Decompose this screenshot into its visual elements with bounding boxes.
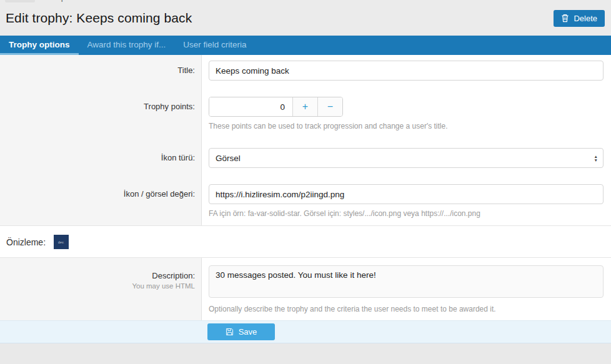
description-row: Description: You may use HTML 30 message… [0,258,611,320]
description-label: Description: [152,271,195,280]
tab-trophy-options[interactable]: Trophy options [0,36,79,55]
increment-button[interactable]: + [292,97,317,116]
edit-trophy-page: Users›Trophies› Edit trophy: Keeps comin… [0,0,611,364]
title-row: Title: [0,55,611,91]
description-textarea[interactable]: 30 messages posted. You must like it her… [209,265,604,298]
breadcrumb-separator: › [39,0,41,1]
delete-button[interactable]: Delete [554,10,605,27]
trophy-preview-image: dev. [54,235,69,249]
trophy-points-help: These points can be used to track progre… [209,122,604,130]
save-button[interactable]: Save [207,323,275,340]
icon-value-row: İkon / görsel değeri: FA için örn: fa-va… [0,179,611,225]
icon-value-help: FA için örn: fa-var-solid-star. Görsel i… [209,209,604,218]
icon-value-input[interactable] [209,184,604,204]
delete-button-label: Delete [574,14,597,23]
trophy-points-row: Trophy points: + − These points can be u… [0,91,611,142]
trophy-points-label: Trophy points: [0,91,202,142]
tab-bar: Trophy options Award this trophy if... U… [0,36,611,55]
preview-row: Önizleme: dev. [0,226,611,258]
tab-user-field-criteria[interactable]: User field criteria [174,36,255,55]
icon-type-label: İkon türü: [0,142,202,179]
trash-icon [561,14,569,22]
breadcrumb-users-link[interactable]: Users [5,0,35,2]
trophy-points-stepper: + − [209,97,343,117]
title-label: Title: [0,55,202,91]
page-header: Users›Trophies› Edit trophy: Keeps comin… [0,0,611,36]
tab-award-this-trophy-if[interactable]: Award this trophy if... [79,36,175,55]
save-button-label: Save [239,327,257,337]
icon-type-row: İkon türü: Görsel ▲▼ [0,142,611,179]
page-title: Edit trophy: Keeps coming back [6,11,192,26]
page-background [0,343,611,364]
title-input[interactable] [209,61,604,81]
breadcrumb-separator: › [89,0,91,1]
save-row: Save [0,320,611,343]
description-sublabel: You may use HTML [0,282,195,290]
trophy-points-input[interactable] [209,97,292,116]
breadcrumb-trophies-link[interactable]: Trophies [45,0,85,2]
decrement-button[interactable]: − [317,97,342,116]
floppy-disk-icon [226,328,234,336]
trophy-options-form: Title: Trophy points: + − These points c… [0,55,611,343]
preview-label: Önizleme: [6,237,46,247]
icon-value-label: İkon / görsel değeri: [0,179,202,225]
description-help: Optionally describe the trophy and the c… [209,305,604,313]
icon-type-select[interactable]: Görsel [209,148,604,168]
breadcrumb: Users›Trophies› [0,0,611,4]
